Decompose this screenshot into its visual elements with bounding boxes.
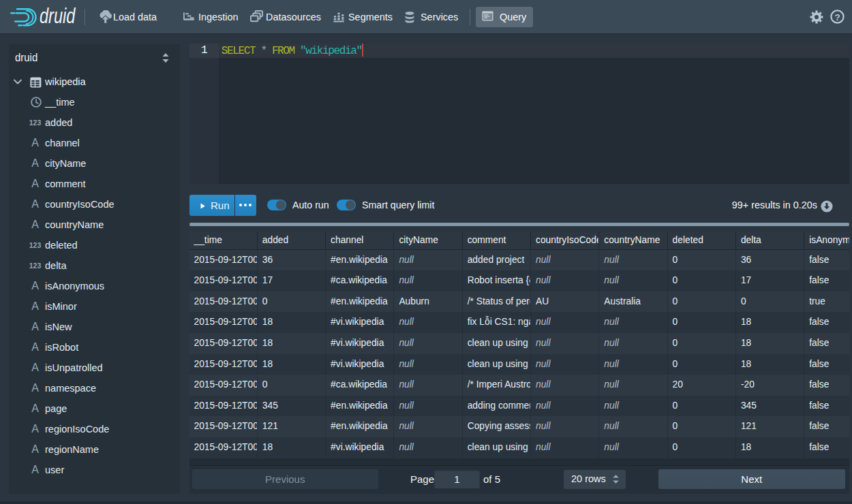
svg-text:?: ?: [834, 12, 840, 22]
